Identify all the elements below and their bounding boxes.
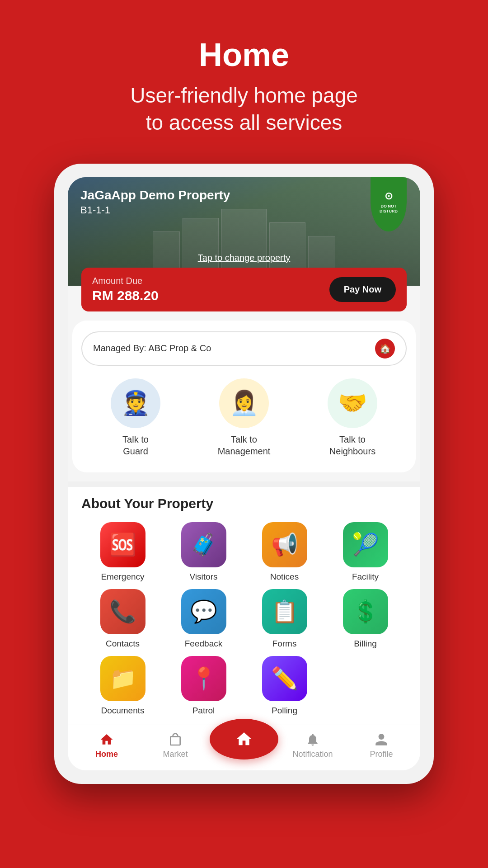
contacts-label: Contacts [106, 639, 140, 649]
polling-icon: ✏️ [262, 656, 307, 701]
contacts-icon: 📞 [100, 589, 145, 634]
service-contacts[interactable]: 📞 Contacts [86, 589, 160, 649]
managed-by-bar[interactable]: Managed By: ABC Prop & Co 🏠 [81, 331, 407, 366]
quick-action-management[interactable]: 👩‍💼 Talk toManagement [206, 378, 282, 457]
header-title: Home [27, 36, 461, 73]
service-visitors[interactable]: 🧳 Visitors [167, 522, 240, 582]
nav-profile[interactable]: Profile [347, 732, 416, 759]
section-divider [68, 481, 420, 487]
amount-info: Amount Due RM 288.20 [92, 276, 159, 303]
notices-label: Notices [270, 572, 299, 582]
phone-container: JaGaApp Demo Property B1-1-1 Tap to chan… [54, 164, 434, 784]
quick-action-guard[interactable]: 👮 Talk toGuard [97, 378, 174, 457]
nav-profile-label: Profile [370, 750, 393, 759]
facility-label: Facility [352, 572, 379, 582]
service-billing[interactable]: 💲 Billing [328, 589, 402, 649]
phone-inner: JaGaApp Demo Property B1-1-1 Tap to chan… [68, 177, 420, 770]
service-forms[interactable]: 📋 Forms [248, 589, 321, 649]
notices-icon: 📢 [262, 522, 307, 567]
visitors-label: Visitors [190, 572, 218, 582]
about-title: About Your Property [81, 496, 407, 511]
service-notices[interactable]: 📢 Notices [248, 522, 321, 582]
quick-action-neighbours[interactable]: 🤝 Talk toNeighbours [314, 378, 391, 457]
nav-notification-label: Notification [292, 750, 333, 759]
billing-label: Billing [354, 639, 377, 649]
neighbours-avatar: 🤝 [328, 378, 377, 428]
service-patrol[interactable]: 📍 Patrol [167, 656, 240, 716]
documents-label: Documents [101, 706, 144, 716]
quick-actions: 👮 Talk toGuard 👩‍💼 Talk toManagement 🤝 T… [81, 378, 407, 457]
property-info: JaGaApp Demo Property B1-1-1 [80, 188, 230, 216]
visitors-icon: 🧳 [181, 522, 226, 567]
nav-notification[interactable]: Notification [278, 732, 347, 759]
polling-label: Polling [272, 706, 297, 716]
bottom-nav: Home Market Notification Profile [68, 725, 420, 770]
service-facility[interactable]: 🎾 Facility [328, 522, 402, 582]
facility-icon: 🎾 [343, 522, 388, 567]
guard-avatar: 👮 [111, 378, 160, 428]
managed-by-text: Managed By: ABC Prop & Co [93, 343, 211, 354]
service-polling[interactable]: ✏️ Polling [248, 656, 321, 716]
amount-label: Amount Due [92, 276, 159, 286]
guard-label: Talk toGuard [122, 434, 149, 457]
tap-to-change[interactable]: Tap to change property [198, 253, 291, 263]
main-card: Managed By: ABC Prop & Co 🏠 👮 Talk toGua… [72, 321, 416, 472]
forms-icon: 📋 [262, 589, 307, 634]
billing-icon: 💲 [343, 589, 388, 634]
amount-bar: Amount Due RM 288.20 Pay Now [81, 268, 407, 311]
nav-center-button[interactable] [210, 719, 278, 760]
nav-home[interactable]: Home [72, 732, 141, 759]
property-unit: B1-1-1 [80, 204, 230, 216]
patrol-icon: 📍 [181, 656, 226, 701]
management-avatar: 👩‍💼 [219, 378, 269, 428]
emergency-label: Emergency [101, 572, 144, 582]
feedback-label: Feedback [185, 639, 222, 649]
service-emergency[interactable]: 🆘 Emergency [86, 522, 160, 582]
nav-market-label: Market [163, 750, 188, 759]
services-grid: 🆘 Emergency 🧳 Visitors 📢 Notices [81, 522, 407, 716]
forms-label: Forms [272, 639, 297, 649]
nav-home-label: Home [95, 750, 118, 759]
feedback-icon: 💬 [181, 589, 226, 634]
pay-now-button[interactable]: Pay Now [329, 277, 396, 302]
amount-value: RM 288.20 [92, 288, 159, 303]
managed-by-icon: 🏠 [375, 339, 395, 359]
patrol-label: Patrol [192, 706, 215, 716]
service-empty [328, 656, 402, 716]
header-section: Home User-friendly home pageto access al… [0, 0, 488, 155]
header-subtitle: User-friendly home pageto access all ser… [27, 82, 461, 137]
service-documents[interactable]: 📁 Documents [86, 656, 160, 716]
neighbours-label: Talk toNeighbours [329, 434, 375, 457]
service-feedback[interactable]: 💬 Feedback [167, 589, 240, 649]
documents-icon: 📁 [100, 656, 145, 701]
about-section: About Your Property 🆘 Emergency 🧳 Visito… [68, 487, 420, 725]
property-name: JaGaApp Demo Property [80, 188, 230, 203]
emergency-icon: 🆘 [100, 522, 145, 567]
dnd-icon: ⊙ [385, 190, 393, 202]
nav-market[interactable]: Market [141, 732, 210, 759]
management-label: Talk toManagement [218, 434, 271, 457]
dnd-text: DO NOTDISTURB [380, 204, 398, 214]
